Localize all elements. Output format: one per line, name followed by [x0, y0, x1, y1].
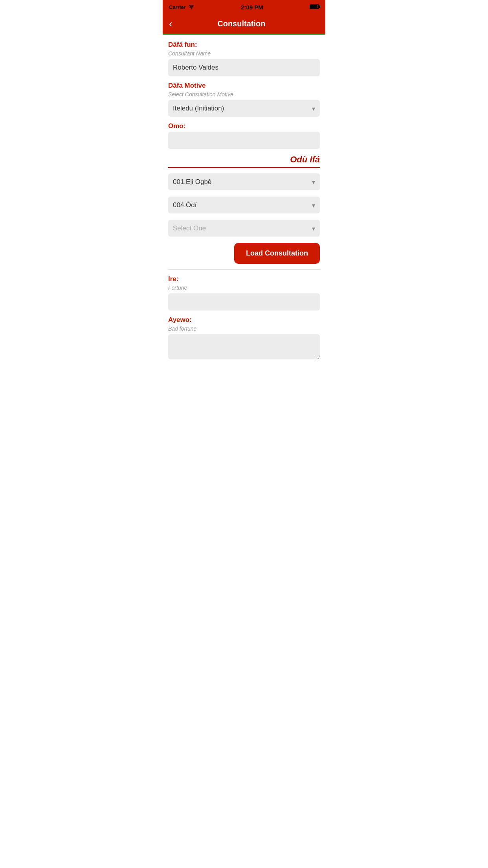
status-bar-time: 2:09 PM — [241, 4, 263, 11]
battery-icon — [310, 4, 319, 9]
ire-group: Ire: Fortune — [168, 275, 320, 311]
omo-label: Omo: — [168, 122, 320, 130]
motive-select-wrapper: Iteledu (Initiation) ▾ — [168, 100, 320, 117]
load-btn-row: Load Consultation — [168, 243, 320, 264]
motive-select[interactable]: Iteledu (Initiation) — [168, 100, 320, 117]
omo-input[interactable] — [168, 132, 320, 149]
fortune-sublabel: Fortune — [168, 285, 320, 291]
odu-select-3-wrapper: Select One ▾ — [168, 220, 320, 237]
nav-title: Consultation — [176, 19, 319, 28]
bad-fortune-input[interactable] — [168, 334, 320, 359]
odu-select-1[interactable]: 001.Eji Ogbè — [168, 173, 320, 190]
odu-select-3[interactable]: Select One — [168, 220, 320, 237]
odu-dropdowns: 001.Eji Ogbè ▾ 004.Òdí ▾ Select One ▾ — [168, 173, 320, 237]
status-bar-left: Carrier — [169, 4, 194, 10]
odu-select-2-wrapper: 004.Òdí ▾ — [168, 197, 320, 213]
load-consultation-button[interactable]: Load Consultation — [234, 243, 320, 264]
ayewo-label: Ayewo: — [168, 316, 320, 324]
consultant-name-label: Consultant Name — [168, 50, 320, 57]
bad-fortune-sublabel: Bad fortune — [168, 326, 320, 332]
odu-header-row: Odù Ifá — [168, 154, 320, 168]
dafa-fun-group: Dáfá fun: Consultant Name — [168, 41, 320, 76]
odu-dropdown-2-group: 004.Òdí ▾ — [168, 197, 320, 213]
status-bar: Carrier 2:09 PM — [163, 0, 325, 14]
odu-select-1-wrapper: 001.Eji Ogbè ▾ — [168, 173, 320, 190]
nav-bar: ‹ Consultation — [163, 14, 325, 35]
carrier-label: Carrier — [169, 4, 186, 10]
battery-indicator — [310, 4, 319, 10]
odu-select-2[interactable]: 004.Òdí — [168, 197, 320, 213]
dafa-motive-group: Dáfa Motive Select Consultation Motive I… — [168, 82, 320, 117]
odu-ifa-title: Odù Ifá — [290, 154, 320, 165]
main-content: Dáfá fun: Consultant Name Dáfa Motive Se… — [163, 35, 325, 374]
consultant-name-input[interactable] — [168, 59, 320, 76]
ire-label: Ire: — [168, 275, 320, 283]
fortune-input[interactable] — [168, 293, 320, 311]
back-button[interactable]: ‹ — [169, 16, 176, 31]
omo-group: Omo: — [168, 122, 320, 149]
ayewo-group: Ayewo: Bad fortune — [168, 316, 320, 361]
divider — [168, 269, 320, 270]
dafa-motive-label: Dáfa Motive — [168, 82, 320, 90]
odu-dropdown-3-group: Select One ▾ — [168, 220, 320, 237]
dafa-fun-label: Dáfá fun: — [168, 41, 320, 49]
odu-dropdown-1-group: 001.Eji Ogbè ▾ — [168, 173, 320, 190]
select-motive-label: Select Consultation Motive — [168, 91, 320, 97]
wifi-icon — [188, 5, 194, 9]
